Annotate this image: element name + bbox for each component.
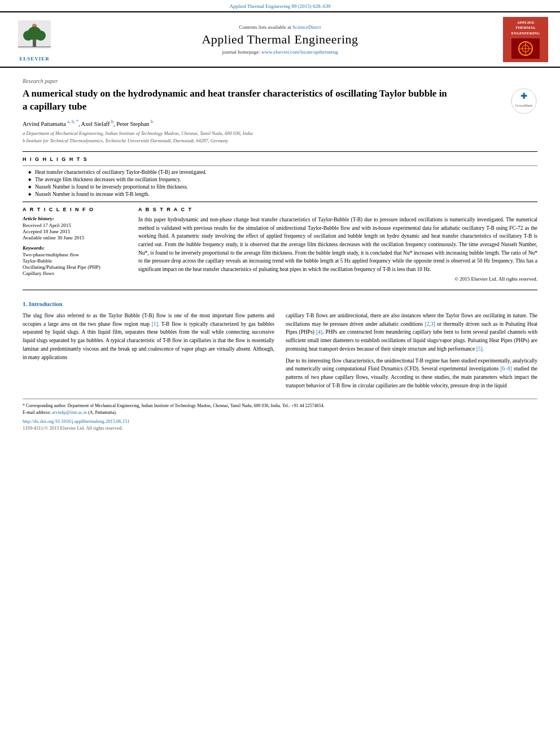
svg-point-5 [32, 24, 37, 28]
journal-header: ELSEVIER Contents lists available at Sci… [0, 11, 560, 68]
intro-text-col2b: Due to its interesting flow characterist… [286, 357, 537, 390]
paper-title: A numerical study on the hydrodynamic an… [23, 88, 452, 113]
journal-cover-image: APPLIEDTHERMALENGINEERING [503, 17, 548, 62]
intro-title: 1. Introduction [23, 300, 537, 307]
intro-text-col1: The slug flow also referred to as the Ta… [23, 312, 274, 361]
author1-sup: a, b, * [67, 119, 78, 124]
author1-name: Arvind Pattamatta [23, 120, 66, 126]
journal-cover-right: APPLIEDTHERMALENGINEERING [500, 17, 551, 62]
divider-4 [23, 290, 537, 290]
highlight-item-1: Heat transfer characteristics of oscilla… [28, 169, 537, 175]
paper-type-label: Research paper [23, 78, 537, 84]
svg-text:CrossMark: CrossMark [515, 103, 533, 108]
affiliation-a: a Department of Mechanical Engineering, … [23, 130, 537, 137]
copyright-line: © 2015 Elsevier Ltd. All rights reserved… [138, 276, 537, 282]
divider-1 [23, 151, 537, 152]
svg-point-3 [23, 30, 33, 41]
page: Applied Thermal Engineering 89 (2015) 62… [0, 0, 560, 747]
contents-available-line: Contents lists available at ScienceDirec… [67, 24, 493, 30]
keywords-label: Keywords: [23, 245, 127, 251]
highlight-item-4: Nusselt Number is found to increase with… [28, 191, 537, 197]
highlights-header: H I G H L I G H T S [23, 156, 537, 162]
divider-3 [23, 202, 537, 202]
authors-line: Arvind Pattamatta a, b, *, Axel Sielaff … [23, 119, 537, 127]
ref-68: [6–8] [500, 366, 512, 372]
keywords-list: Two-phase/multiphase flow Taylor-Bubble … [23, 252, 127, 276]
crossmark-icon: ✚ CrossMark [510, 88, 537, 115]
article-info-abstract: A R T I C L E I N F O Article history: R… [23, 207, 537, 282]
ref-1: [1] [152, 321, 158, 327]
highlight-item-3: Nusselt Number is found to be inversely … [28, 184, 537, 190]
highlights-list: Heat transfer characteristics of oscilla… [28, 169, 537, 197]
keyword-3: Oscillating/Pulsating Heat Pipe (PHP) [23, 264, 127, 270]
homepage-url[interactable]: www.elsevier.com/locate/apthermeng [261, 49, 338, 55]
homepage-line: journal homepage: www.elsevier.com/locat… [67, 49, 493, 55]
intro-col-right: capillary T-B flows are unidirectional, … [286, 312, 537, 390]
journal-center-info: Contents lists available at ScienceDirec… [67, 24, 493, 55]
received-date: Received 17 April 2015 [23, 222, 127, 228]
history-label: Article history: [23, 216, 127, 221]
title-area: A numerical study on the hydrodynamic an… [23, 88, 537, 113]
elsevier-wordmark: ELSEVIER [19, 56, 50, 62]
keyword-2: Taylor-Bubble [23, 258, 127, 264]
crossmark-badge: ✚ CrossMark [510, 88, 537, 115]
abstract-text: In this paper hydrodynamic and non-phase… [138, 216, 537, 274]
author2-name: Axel Sielaff [81, 120, 110, 126]
ref-23: [2,3] [425, 321, 435, 327]
author3-sup: b [151, 119, 153, 124]
article-info-col: A R T I C L E I N F O Article history: R… [23, 207, 127, 282]
available-date: Available online 30 June 2015 [23, 235, 127, 241]
svg-point-4 [36, 30, 46, 41]
issn-line: 1359-4311/© 2015 Elsevier Ltd. All right… [23, 425, 537, 431]
email-link[interactable]: arvindp@iitm.ac.in [52, 410, 87, 415]
intro-text-col2: capillary T-B flows are unidirectional, … [286, 312, 537, 353]
journal-ref-text: Applied Thermal Engineering 89 (2015) 62… [229, 3, 330, 9]
introduction-section: 1. Introduction The slug flow also refer… [23, 300, 537, 390]
corresponding-author-note: * Corresponding author. Department of Me… [23, 403, 537, 409]
highlight-item-2: The average film thickness decreases wit… [28, 177, 537, 182]
sciencedirect-link[interactable]: ScienceDirect [292, 24, 321, 30]
keyword-4: Capillary flows [23, 270, 127, 276]
ref-5: [5] [476, 346, 483, 352]
author3-name: Peter Stephan [116, 120, 149, 126]
footnote-area: * Corresponding author. Department of Me… [23, 399, 537, 431]
elsevier-logo-left: ELSEVIER [9, 18, 60, 62]
doi-link[interactable]: http://dx.doi.org/10.1016/j.applthermale… [23, 418, 129, 424]
top-ref-bar: Applied Thermal Engineering 89 (2015) 62… [0, 0, 560, 11]
affiliations: a Department of Mechanical Engineering, … [23, 130, 537, 145]
journal-title: Applied Thermal Engineering [67, 32, 493, 47]
intro-two-col: The slug flow also referred to as the Ta… [23, 312, 537, 390]
main-content: Research paper A numerical study on the … [0, 68, 560, 436]
intro-col-left: The slug flow also referred to as the Ta… [23, 312, 274, 390]
divider-2 [23, 165, 537, 166]
ref-4: [4] [316, 329, 322, 335]
elsevier-tree-icon [12, 18, 56, 54]
doi-line: http://dx.doi.org/10.1016/j.applthermale… [23, 418, 537, 424]
article-info-header: A R T I C L E I N F O [23, 207, 127, 212]
svg-rect-1 [33, 40, 36, 47]
accepted-date: Accepted 18 June 2015 [23, 229, 127, 234]
svg-text:✚: ✚ [520, 92, 527, 101]
keyword-1: Two-phase/multiphase flow [23, 252, 127, 257]
affiliation-b: b Institute for Technical Thermodynamics… [23, 137, 537, 145]
abstract-header: A B S T R A C T [138, 207, 537, 212]
author2-sup: b [111, 119, 113, 124]
email-note: E-mail address: arvindp@iitm.ac.in (A. P… [23, 409, 537, 416]
abstract-col: A B S T R A C T In this paper hydrodynam… [138, 207, 537, 282]
